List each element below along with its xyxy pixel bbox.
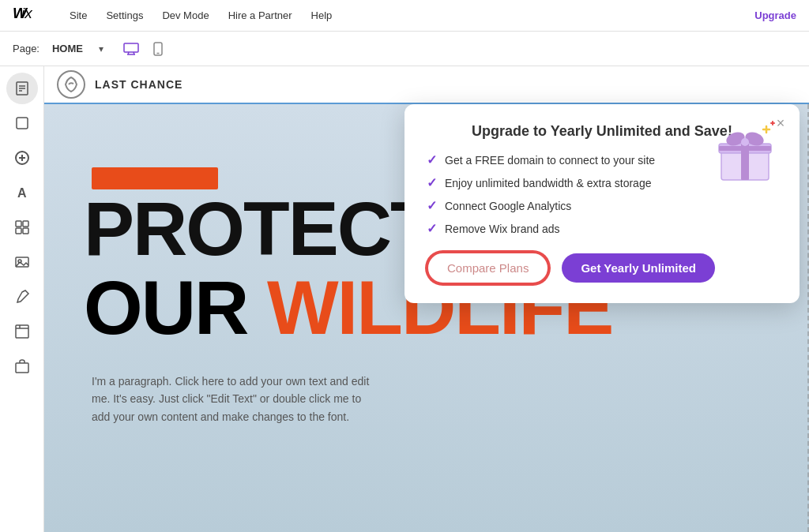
canvas-inner: LAST CHANCE PROTECT OUR WILDLIFE I'm a p… [44,66,809,532]
menu-upgrade[interactable]: Upgrade [754,9,796,21]
headline-our: OUR [84,265,267,350]
menu-devmode[interactable]: Dev Mode [162,9,209,21]
svg-rect-30 [719,146,771,151]
wix-logo: W ix [13,3,44,28]
tool-text[interactable]: A [6,177,38,208]
svg-rect-20 [23,228,28,234]
compare-plans-button[interactable]: Compare Plans [427,252,549,284]
svg-rect-12 [17,118,28,129]
feature-text-1: Get a FREE domain to connect to your sit… [445,154,655,167]
svg-rect-23 [16,325,28,338]
headline-protect: PROTECT [84,191,435,267]
last-chance-text: LAST CHANCE [95,78,182,91]
last-chance-banner: LAST CHANCE [44,66,809,104]
feature-text-4: Remove Wix brand ads [445,223,560,235]
tool-shapes[interactable] [6,107,38,139]
feature-item-4: ✓ Remove Wix brand ads [427,221,777,236]
svg-rect-18 [23,221,28,227]
svg-point-33 [741,138,749,146]
menu-help[interactable]: Help [311,9,333,21]
svg-text:A: A [17,186,27,200]
device-icons [122,40,167,58]
check-icon-4: ✓ [427,221,437,236]
svg-text:ix: ix [21,5,33,21]
menu-settings[interactable]: Settings [106,9,143,21]
page-dropdown[interactable]: ▾ [99,43,103,54]
tool-document[interactable] [6,73,38,104]
page-label: Page: [13,43,40,54]
tool-apps[interactable] [6,316,38,347]
check-icon-1: ✓ [427,152,437,167]
left-sidebar: A [0,66,44,532]
svg-rect-19 [16,228,21,234]
feature-item-3: ✓ Connect Google Analytics [427,198,777,213]
tool-add-section[interactable] [6,212,38,243]
svg-rect-17 [16,221,21,227]
tool-pen[interactable] [6,281,38,313]
feature-text-2: Enjoy unlimited bandwidth & extra storag… [445,177,651,189]
menu-site[interactable]: Site [70,9,87,21]
svg-rect-2 [124,43,138,52]
tool-portfolio[interactable] [6,350,38,382]
check-icon-2: ✓ [427,175,437,190]
tool-media[interactable] [6,246,38,278]
menu-hire-partner[interactable]: Hire a Partner [228,9,292,21]
gift-box-decoration [709,117,781,188]
svg-rect-26 [16,363,28,373]
page-name-value: HOME [52,43,83,54]
page-bar: Page: HOME ▾ [0,32,809,66]
last-chance-icon [57,70,85,99]
canvas-area: LAST CHANCE PROTECT OUR WILDLIFE I'm a p… [44,66,809,532]
menu-bar: W ix Site Settings Dev Mode Hire a Partn… [0,0,809,32]
device-mobile-icon[interactable] [149,40,167,58]
feature-text-3: Connect Google Analytics [445,200,571,212]
tool-add[interactable] [6,142,38,174]
check-icon-3: ✓ [427,198,437,213]
canvas-paragraph[interactable]: I'm a paragraph. Click here to add your … [92,373,376,425]
upgrade-popup: × [404,104,800,303]
get-yearly-unlimited-button[interactable]: Get Yearly Unlimited [562,253,715,283]
device-desktop-icon[interactable] [122,40,140,58]
popup-actions: Compare Plans Get Yearly Unlimited [427,252,777,284]
